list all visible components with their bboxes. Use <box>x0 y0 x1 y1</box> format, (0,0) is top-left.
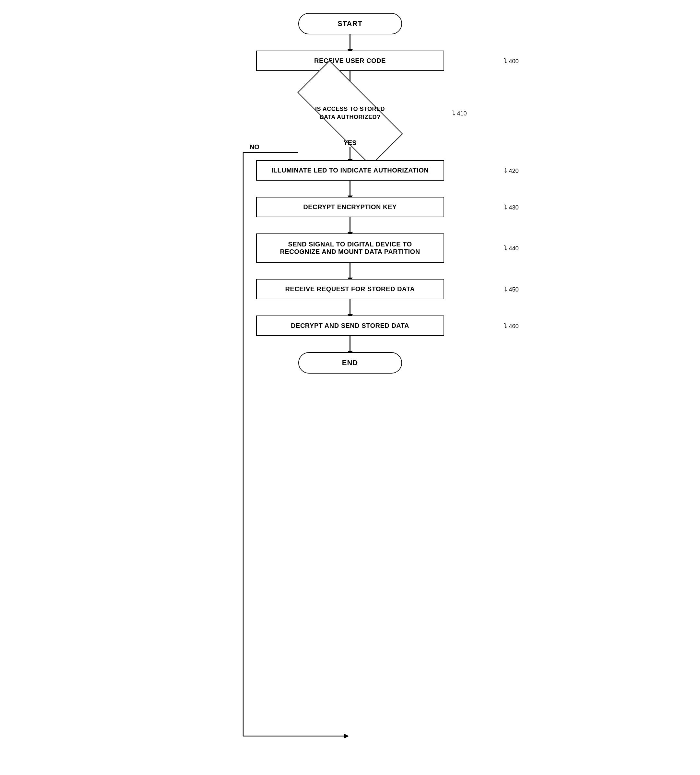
node-410-row: IS ACCESS TO STOREDDATA AUTHORIZED? ⤵ 41… <box>204 87 496 139</box>
node-420-row: ILLUMINATE LED TO INDICATE AUTHORIZATION… <box>204 160 496 181</box>
svg-text:NO: NO <box>249 143 259 150</box>
yes-label: YES <box>343 139 356 146</box>
node-450-row: RECEIVE REQUEST FOR STORED DATA ⤵ 450 <box>204 279 496 299</box>
node-420: ILLUMINATE LED TO INDICATE AUTHORIZATION <box>256 160 444 181</box>
svg-marker-3 <box>344 733 349 739</box>
arrow-410-to-420 <box>349 147 351 160</box>
arrow-430-to-440 <box>349 217 351 233</box>
node-430-row: DECRYPT ENCRYPTION KEY ⤵ 430 <box>204 197 496 217</box>
node-440: SEND SIGNAL TO DIGITAL DEVICE TORECOGNIZ… <box>256 233 444 263</box>
ref-440: ⤵ 440 <box>504 244 519 252</box>
ref-430: ⤵ 430 <box>504 203 519 211</box>
arrow-460-to-end <box>349 336 351 352</box>
arrow-420-to-430 <box>349 181 351 197</box>
node-410-wrapper: IS ACCESS TO STOREDDATA AUTHORIZED? <box>289 87 412 139</box>
ref-400: ⤵ 400 <box>504 57 519 65</box>
node-460: DECRYPT AND SEND STORED DATA <box>256 316 444 336</box>
node-450: RECEIVE REQUEST FOR STORED DATA <box>256 279 444 299</box>
node-410-text: IS ACCESS TO STOREDDATA AUTHORIZED? <box>315 105 385 121</box>
node-460-row: DECRYPT AND SEND STORED DATA ⤵ 460 <box>204 316 496 336</box>
end-node-row: END <box>204 352 496 374</box>
yes-arrow-section: YES <box>343 139 356 160</box>
arrow-440-to-450 <box>349 263 351 279</box>
ref-450: ⤵ 450 <box>504 285 519 293</box>
node-400-row: RECEIVE USER CODE ⤵ 400 <box>204 51 496 71</box>
node-400: RECEIVE USER CODE <box>256 51 444 71</box>
arrow-450-to-460 <box>349 299 351 316</box>
start-node-row: START <box>204 13 496 34</box>
node-430: DECRYPT ENCRYPTION KEY <box>256 197 444 217</box>
flowchart-diagram: START RECEIVE USER CODE ⤵ 400 IS ACCESS … <box>204 13 496 374</box>
node-440-row: SEND SIGNAL TO DIGITAL DEVICE TORECOGNIZ… <box>204 233 496 263</box>
ref-420: ⤵ 420 <box>504 167 519 174</box>
end-node: END <box>298 352 402 374</box>
ref-410: ⤵ 410 <box>452 110 467 117</box>
ref-460: ⤵ 460 <box>504 322 519 329</box>
start-node: START <box>298 13 402 34</box>
arrow-start-to-400 <box>349 34 351 51</box>
